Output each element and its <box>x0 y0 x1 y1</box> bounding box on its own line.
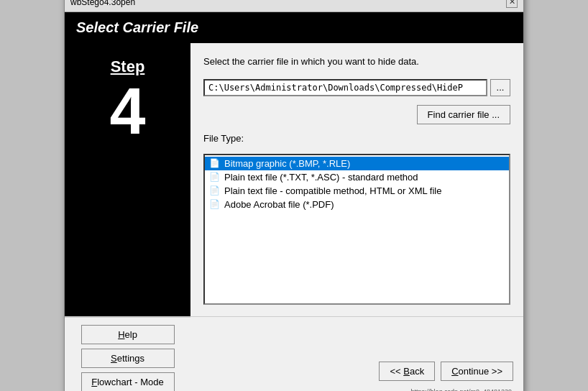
help-label: Help <box>118 329 137 340</box>
flowchart-button[interactable]: Flowchart - Mode <box>81 372 175 391</box>
find-carrier-button[interactable]: Find carrier file ... <box>417 105 510 124</box>
continue-button[interactable]: Continue >> <box>441 362 513 381</box>
url-hint: https://blog.csdn.net/m0_48481239 <box>410 388 512 391</box>
help-button[interactable]: Help <box>81 325 175 344</box>
content-area: Step 4 Select the carrier file in which … <box>65 43 523 316</box>
nav-area: << Back Continue >> https://blog.csdn.ne… <box>190 317 523 391</box>
nav-buttons-row: << Back Continue >> <box>190 354 523 385</box>
file-icon-2: 📄 <box>209 185 220 196</box>
page-title: Select Carrier File <box>76 19 198 35</box>
bottom-bar: Help Settings Flowchart - Mode << Back C… <box>65 316 523 391</box>
filetype-item-0[interactable]: 📄 Bitmap graphic (*.BMP, *.RLE) <box>205 157 509 170</box>
right-panel: Select the carrier file in which you wan… <box>190 43 523 316</box>
find-btn-row: Find carrier file ... <box>203 105 510 126</box>
settings-label: Settings <box>111 353 144 364</box>
file-path-input[interactable] <box>203 79 487 96</box>
back-button[interactable]: << Back <box>379 362 435 381</box>
filetype-item-3[interactable]: 📄 Adobe Acrobat file (*.PDF) <box>205 198 509 211</box>
file-icon-0: 📄 <box>209 158 220 168</box>
settings-button[interactable]: Settings <box>81 349 175 368</box>
step-panel: Step 4 <box>65 43 190 316</box>
filetype-item-label-3: Adobe Acrobat file (*.PDF) <box>224 199 334 210</box>
url-hint-row: https://blog.csdn.net/m0_48481239 <box>190 385 523 391</box>
filetype-item-label-2: Plain text file - compatible method, HTM… <box>224 185 442 196</box>
filetype-item-label-1: Plain text file (*.TXT, *.ASC) - standar… <box>224 172 418 183</box>
browse-button[interactable]: ... <box>490 79 510 96</box>
close-button[interactable]: ✕ <box>506 0 518 8</box>
filetype-label: File Type: <box>203 133 510 144</box>
continue-label: Continue >> <box>451 366 502 377</box>
filetype-list: 📄 Bitmap graphic (*.BMP, *.RLE) 📄 Plain … <box>203 154 510 305</box>
file-path-row: ... <box>203 79 510 96</box>
file-icon-1: 📄 <box>209 172 220 182</box>
back-label: << Back <box>390 366 424 377</box>
step-label: Step <box>111 58 145 76</box>
description-text: Select the carrier file in which you wan… <box>203 55 510 69</box>
step-number: 4 <box>109 79 145 144</box>
flowchart-label: Flowchart - Mode <box>91 377 163 387</box>
filetype-item-1[interactable]: 📄 Plain text file (*.TXT, *.ASC) - stand… <box>205 170 509 184</box>
title-bar: wbStego4.3open ✕ <box>65 0 523 12</box>
file-icon-3: 📄 <box>209 199 220 209</box>
window-title: wbStego4.3open <box>70 0 135 7</box>
main-window: wbStego4.3open ✕ Select Carrier File Ste… <box>64 0 524 391</box>
filetype-item-2[interactable]: 📄 Plain text file - compatible method, H… <box>205 184 509 198</box>
page-header: Select Carrier File <box>65 12 523 43</box>
filetype-item-label-0: Bitmap graphic (*.BMP, *.RLE) <box>224 158 350 169</box>
left-buttons-panel: Help Settings Flowchart - Mode <box>65 317 190 391</box>
